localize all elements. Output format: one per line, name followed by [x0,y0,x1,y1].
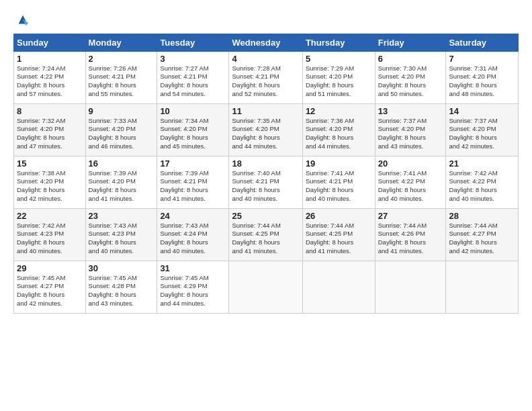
day-info: Sunrise: 7:26 AM Sunset: 4:21 PM Dayligh… [89,64,154,99]
day-info: Sunrise: 7:38 AM Sunset: 4:20 PM Dayligh… [17,169,83,203]
day-number: 24 [160,211,226,221]
day-number: 31 [160,263,226,273]
calendar-cell: 7Sunrise: 7:31 AM Sunset: 4:20 PM Daylig… [446,51,519,103]
day-info: Sunrise: 7:42 AM Sunset: 4:22 PM Dayligh… [449,169,515,203]
day-number: 5 [306,54,372,64]
calendar-cell: 27Sunrise: 7:44 AM Sunset: 4:26 PM Dayli… [375,208,446,261]
calendar-cell: 3Sunrise: 7:27 AM Sunset: 4:21 PM Daylig… [157,51,229,103]
calendar-cell: 1Sunrise: 7:24 AM Sunset: 4:22 PM Daylig… [14,51,86,103]
day-info: Sunrise: 7:24 AM Sunset: 4:22 PM Dayligh… [17,64,83,99]
weekday-header: Wednesday [229,34,302,51]
day-info: Sunrise: 7:40 AM Sunset: 4:21 PM Dayligh… [232,169,299,203]
calendar-cell: 15Sunrise: 7:38 AM Sunset: 4:20 PM Dayli… [14,156,86,208]
day-number: 14 [449,106,515,116]
day-number: 22 [17,211,83,221]
day-info: Sunrise: 7:28 AM Sunset: 4:21 PM Dayligh… [232,64,299,99]
weekday-header: Saturday [446,34,519,51]
day-info: Sunrise: 7:32 AM Sunset: 4:20 PM Dayligh… [17,117,83,151]
calendar-cell: 6Sunrise: 7:30 AM Sunset: 4:20 PM Daylig… [375,51,446,103]
day-number: 26 [306,211,372,221]
day-info: Sunrise: 7:31 AM Sunset: 4:20 PM Dayligh… [449,64,515,99]
day-number: 15 [17,158,83,169]
calendar-cell: 23Sunrise: 7:43 AM Sunset: 4:23 PM Dayli… [85,208,157,261]
day-number: 18 [232,158,299,169]
calendar-cell: 2Sunrise: 7:26 AM Sunset: 4:21 PM Daylig… [85,51,157,103]
day-info: Sunrise: 7:27 AM Sunset: 4:21 PM Dayligh… [160,64,226,99]
weekday-header: Monday [85,34,157,51]
calendar-week-row: 1Sunrise: 7:24 AM Sunset: 4:22 PM Daylig… [14,51,519,103]
calendar-week-row: 29Sunrise: 7:45 AM Sunset: 4:27 PM Dayli… [14,261,519,313]
calendar-cell: 16Sunrise: 7:39 AM Sunset: 4:20 PM Dayli… [85,156,157,208]
day-number: 21 [449,158,515,169]
day-number: 30 [89,263,154,273]
day-info: Sunrise: 7:44 AM Sunset: 4:25 PM Dayligh… [306,222,372,256]
day-number: 29 [17,263,83,273]
day-number: 10 [160,106,226,116]
day-info: Sunrise: 7:37 AM Sunset: 4:20 PM Dayligh… [378,117,443,151]
calendar-cell [375,261,446,313]
day-number: 4 [232,54,299,64]
calendar-cell: 31Sunrise: 7:45 AM Sunset: 4:29 PM Dayli… [157,261,229,313]
day-info: Sunrise: 7:39 AM Sunset: 4:20 PM Dayligh… [89,169,154,203]
weekday-header-row: SundayMondayTuesdayWednesdayThursdayFrid… [14,34,519,51]
day-number: 23 [89,211,154,221]
day-number: 2 [89,54,154,64]
calendar-cell: 12Sunrise: 7:36 AM Sunset: 4:20 PM Dayli… [302,103,375,156]
day-number: 16 [89,158,154,169]
day-info: Sunrise: 7:44 AM Sunset: 4:25 PM Dayligh… [232,222,299,256]
day-number: 3 [160,54,226,64]
weekday-header: Tuesday [157,34,229,51]
calendar-cell [446,261,519,313]
calendar-cell: 26Sunrise: 7:44 AM Sunset: 4:25 PM Dayli… [302,208,375,261]
calendar-cell: 11Sunrise: 7:35 AM Sunset: 4:20 PM Dayli… [229,103,302,156]
day-info: Sunrise: 7:43 AM Sunset: 4:23 PM Dayligh… [89,222,154,256]
weekday-header: Friday [375,34,446,51]
day-info: Sunrise: 7:37 AM Sunset: 4:20 PM Dayligh… [449,117,515,151]
day-info: Sunrise: 7:45 AM Sunset: 4:28 PM Dayligh… [89,274,154,308]
day-info: Sunrise: 7:36 AM Sunset: 4:20 PM Dayligh… [306,117,372,151]
day-number: 19 [306,158,372,169]
day-info: Sunrise: 7:29 AM Sunset: 4:20 PM Dayligh… [306,64,372,99]
day-number: 8 [17,106,83,116]
day-number: 6 [378,54,443,64]
day-number: 28 [449,211,515,221]
weekday-header: Sunday [14,34,86,51]
calendar-cell: 9Sunrise: 7:33 AM Sunset: 4:20 PM Daylig… [85,103,157,156]
day-info: Sunrise: 7:45 AM Sunset: 4:27 PM Dayligh… [17,274,83,308]
calendar-week-row: 22Sunrise: 7:42 AM Sunset: 4:23 PM Dayli… [14,208,519,261]
day-info: Sunrise: 7:30 AM Sunset: 4:20 PM Dayligh… [378,64,443,99]
calendar-cell: 22Sunrise: 7:42 AM Sunset: 4:23 PM Dayli… [14,208,86,261]
calendar-cell: 13Sunrise: 7:37 AM Sunset: 4:20 PM Dayli… [375,103,446,156]
day-number: 12 [306,106,372,116]
calendar-cell: 8Sunrise: 7:32 AM Sunset: 4:20 PM Daylig… [14,103,86,156]
day-number: 20 [378,158,443,169]
calendar-week-row: 8Sunrise: 7:32 AM Sunset: 4:20 PM Daylig… [14,103,519,156]
header [13,12,519,27]
day-info: Sunrise: 7:39 AM Sunset: 4:21 PM Dayligh… [160,169,226,203]
day-number: 9 [89,106,154,116]
day-info: Sunrise: 7:35 AM Sunset: 4:20 PM Dayligh… [232,117,299,151]
day-number: 11 [232,106,299,116]
weekday-header: Thursday [302,34,375,51]
calendar-table: SundayMondayTuesdayWednesdayThursdayFrid… [13,34,519,314]
day-number: 13 [378,106,443,116]
day-info: Sunrise: 7:41 AM Sunset: 4:21 PM Dayligh… [306,169,372,203]
day-number: 17 [160,158,226,169]
day-info: Sunrise: 7:44 AM Sunset: 4:27 PM Dayligh… [449,222,515,256]
calendar-cell: 17Sunrise: 7:39 AM Sunset: 4:21 PM Dayli… [157,156,229,208]
page: SundayMondayTuesdayWednesdayThursdayFrid… [0,0,532,411]
day-info: Sunrise: 7:45 AM Sunset: 4:29 PM Dayligh… [160,274,226,308]
calendar-cell: 20Sunrise: 7:41 AM Sunset: 4:22 PM Dayli… [375,156,446,208]
calendar-cell: 4Sunrise: 7:28 AM Sunset: 4:21 PM Daylig… [229,51,302,103]
day-info: Sunrise: 7:41 AM Sunset: 4:22 PM Dayligh… [378,169,443,203]
day-number: 27 [378,211,443,221]
calendar-cell: 5Sunrise: 7:29 AM Sunset: 4:20 PM Daylig… [302,51,375,103]
day-number: 1 [17,54,83,64]
day-info: Sunrise: 7:44 AM Sunset: 4:26 PM Dayligh… [378,222,443,256]
calendar-cell: 21Sunrise: 7:42 AM Sunset: 4:22 PM Dayli… [446,156,519,208]
calendar-cell: 25Sunrise: 7:44 AM Sunset: 4:25 PM Dayli… [229,208,302,261]
calendar-cell: 29Sunrise: 7:45 AM Sunset: 4:27 PM Dayli… [14,261,86,313]
day-info: Sunrise: 7:33 AM Sunset: 4:20 PM Dayligh… [89,117,154,151]
day-info: Sunrise: 7:43 AM Sunset: 4:24 PM Dayligh… [160,222,226,256]
calendar-cell: 28Sunrise: 7:44 AM Sunset: 4:27 PM Dayli… [446,208,519,261]
